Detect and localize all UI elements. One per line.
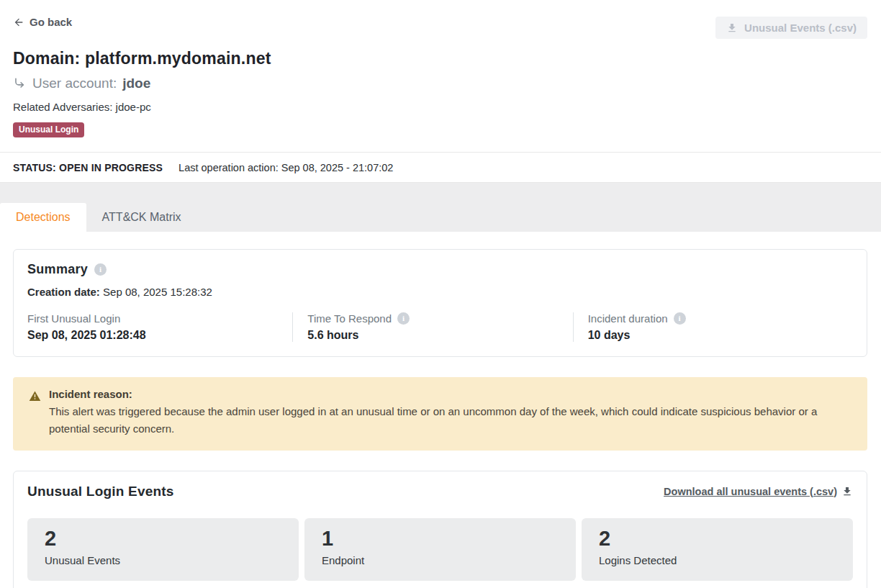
stat-label: Logins Detected <box>599 554 836 566</box>
stat-value: 2 <box>45 527 281 551</box>
unusual-login-events-title: Unusual Login Events <box>27 484 174 499</box>
metric-value: 10 days <box>588 329 853 342</box>
go-back-label: Go back <box>30 16 72 28</box>
last-operation-action: Last operation action: Sep 08, 2025 - 21… <box>179 162 393 173</box>
download-icon <box>841 486 853 497</box>
metric-label: Time To Respond <box>307 312 392 325</box>
user-account-label: User account: <box>32 76 117 91</box>
info-icon[interactable]: i <box>397 312 410 325</box>
related-adversaries-value: jdoe-pc <box>116 101 151 113</box>
tab-strip: Detections ATT&CK Matrix <box>0 183 881 232</box>
related-adversaries-line: Related Adversaries: jdoe-pc <box>13 101 867 113</box>
creation-date-label: Creation date: <box>27 286 100 298</box>
download-link-label: Download all unusual events (.csv) <box>664 486 837 497</box>
stat-value: 1 <box>322 527 559 551</box>
metric-value: 5.6 hours <box>307 329 572 342</box>
creation-date-line: Creation date: Sep 08, 2025 15:28:32 <box>27 286 853 298</box>
stat-endpoint: 1 Endpoint <box>304 518 576 581</box>
unusual-login-events-card: Unusual Login Events Download all unusua… <box>13 471 867 588</box>
summary-metrics: First Unusual Login Sep 08, 2025 01:28:4… <box>27 312 853 342</box>
metric-value: Sep 08, 2025 01:28:48 <box>27 329 292 342</box>
metric-label: First Unusual Login <box>27 312 120 325</box>
tab-attack-matrix[interactable]: ATT&CK Matrix <box>86 203 197 232</box>
page-title: Domain: platform.mydomain.net <box>13 49 867 68</box>
events-stats-row: 2 Unusual Events 1 Endpoint 2 Logins Det… <box>27 518 853 581</box>
stat-logins-detected: 2 Logins Detected <box>582 518 853 581</box>
download-all-unusual-events-link[interactable]: Download all unusual events (.csv) <box>664 486 853 497</box>
export-button-label: Unusual Events (.csv) <box>744 22 857 34</box>
detections-panel: Summary i Creation date: Sep 08, 2025 15… <box>0 232 881 588</box>
status-bar: STATUS: OPEN IN PROGRESS Last operation … <box>0 152 881 183</box>
metric-first-unusual-login: First Unusual Login Sep 08, 2025 01:28:4… <box>27 312 292 342</box>
stat-label: Unusual Events <box>45 554 281 566</box>
stat-label: Endpoint <box>322 554 559 566</box>
metric-label: Incident duration <box>588 312 668 325</box>
creation-date-value: Sep 08, 2025 15:28:32 <box>103 286 212 298</box>
incident-reason-alert: Incident reason: This alert was triggere… <box>13 377 867 451</box>
user-account-line: User account: jdoe <box>13 76 867 91</box>
status-text: STATUS: OPEN IN PROGRESS <box>13 162 163 173</box>
summary-card: Summary i Creation date: Sep 08, 2025 15… <box>13 249 867 357</box>
branch-arrow-icon <box>13 76 27 90</box>
page-header: Go back Unusual Events (.csv) Domain: pl… <box>0 0 881 152</box>
unusual-login-badge: Unusual Login <box>13 122 84 137</box>
stat-value: 2 <box>599 527 836 551</box>
tab-detections[interactable]: Detections <box>0 203 86 232</box>
info-icon[interactable]: i <box>674 312 686 325</box>
metric-incident-duration: Incident duration i 10 days <box>573 312 853 342</box>
related-adversaries-label: Related Adversaries: <box>13 101 112 113</box>
unusual-events-csv-button[interactable]: Unusual Events (.csv) <box>715 17 867 39</box>
summary-title: Summary <box>27 262 88 277</box>
incident-reason-title: Incident reason: <box>49 388 846 400</box>
info-icon[interactable]: i <box>94 263 107 276</box>
stat-unusual-events: 2 Unusual Events <box>27 518 299 581</box>
go-back-button[interactable]: Go back <box>13 16 72 28</box>
incident-reason-body: This alert was triggered because the adm… <box>49 403 846 438</box>
user-account-value: jdoe <box>122 76 150 91</box>
arrow-left-icon <box>13 17 24 28</box>
download-icon <box>726 22 738 34</box>
metric-time-to-respond: Time To Respond i 5.6 hours <box>292 312 572 342</box>
warning-triangle-icon <box>29 390 41 402</box>
